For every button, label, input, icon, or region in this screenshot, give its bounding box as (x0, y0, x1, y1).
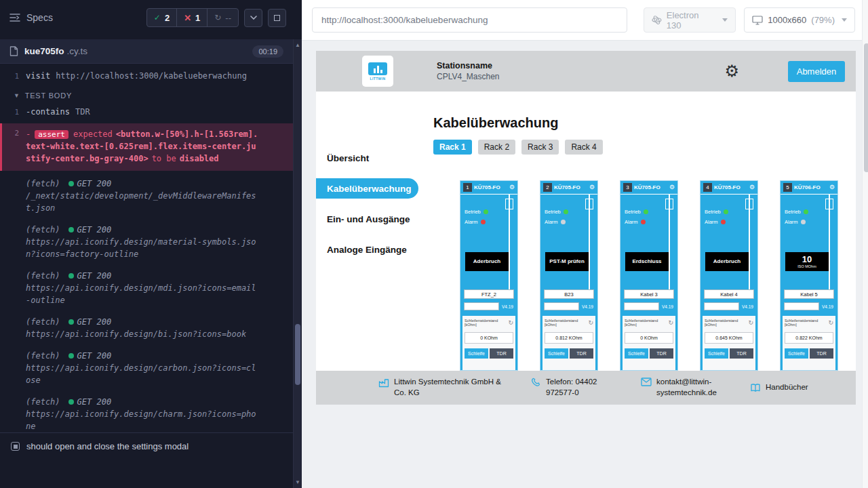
runner-header: Specs ✓ 2 ✕ 1 ↻ -- (0, 0, 293, 27)
pending-count: -- (225, 13, 231, 23)
refresh-icon[interactable]: ↻ (668, 319, 673, 326)
logout-button[interactable]: Abmelden (788, 61, 845, 82)
resistance-value: 0 KOhm (465, 332, 513, 344)
cable-line (589, 195, 590, 296)
page-scrollbar[interactable] (862, 0, 868, 488)
next-test-title: should open and close the settings modal (26, 441, 189, 451)
status-display: Erdschluss (625, 252, 669, 271)
cable-connector (585, 199, 593, 209)
stat-failed[interactable]: ✕ 1 (176, 9, 207, 26)
tab-rack-3[interactable]: Rack 3 (521, 140, 559, 155)
schleife-button[interactable]: Schleife (545, 348, 568, 359)
betrieb-label: Betrieb (625, 209, 641, 215)
resistance-value: 0.645 KOhm (705, 332, 753, 344)
page-scrollbar-thumb[interactable] (864, 43, 868, 172)
command-row-visit[interactable]: 1 visithttp://localhost:3000/kabelueberw… (0, 68, 293, 85)
command-number: 1 (9, 70, 19, 82)
tdr-button[interactable]: TDR (650, 348, 673, 359)
refresh-icon[interactable]: ↻ (588, 319, 593, 326)
cable-name: Kabel 5 (784, 289, 834, 299)
card-model: KÜ705-FO (554, 184, 580, 190)
viewport-zoom: (79%) (811, 15, 835, 25)
refresh-icon[interactable]: ↻ (748, 319, 753, 326)
cross-icon: ✕ (184, 13, 191, 23)
fetch-log-row[interactable]: (fetch)GET 200 https://api.iconify.desig… (0, 265, 293, 311)
card-gear-icon[interactable]: ⚙ (669, 184, 675, 190)
browser-name: Electron 130 (667, 10, 715, 30)
command-row-contains[interactable]: 1 -containsTDR (0, 104, 293, 121)
measurement-panel: Schleifenwiderstand [kOhm] ↻ 0.822 KOhm … (783, 316, 835, 371)
footer-manuals[interactable]: Handbücher (750, 382, 808, 393)
littwin-logo-text: LITTWIN (370, 77, 385, 81)
littwin-logo-icon (368, 62, 387, 75)
runner-scrollbar[interactable]: ▲ ▼ (293, 39, 302, 488)
tdr-button[interactable]: TDR (570, 348, 593, 359)
schleife-button[interactable]: Schleife (625, 348, 648, 359)
test-body-section[interactable]: ▼ TEST BODY (0, 85, 293, 104)
tdr-button[interactable]: TDR (810, 348, 833, 359)
stop-button[interactable] (268, 9, 286, 27)
scroll-down-icon[interactable]: ▼ (294, 479, 302, 485)
tab-rack-1[interactable]: Rack 1 (433, 140, 472, 155)
fetch-status: GET 200 (77, 396, 112, 408)
spec-file-bar[interactable]: kue705fo .cy.ts 00:19 (0, 39, 293, 64)
card-model: KÜ705-FO (634, 184, 660, 190)
collapse-runner-button[interactable] (244, 9, 262, 27)
tab-rack-4[interactable]: Rack 4 (565, 140, 602, 155)
nav-item-kabelueberwachung[interactable]: Kabelüberwachung (316, 178, 418, 199)
card-gear-icon[interactable]: ⚙ (829, 184, 835, 190)
spec-file-icon (9, 46, 18, 56)
firmware-version: V4.19 (502, 304, 513, 309)
failed-assert-row[interactable]: 2 -assertexpected<button.w-[50%].h-[1.56… (0, 123, 293, 171)
status-text: Aderbruch (713, 259, 741, 265)
nav-item-analoge-eingaenge[interactable]: Analoge Eingänge (316, 239, 421, 260)
specs-menu-button[interactable]: Specs (9, 12, 53, 23)
schleife-button[interactable]: Schleife (705, 348, 728, 359)
card-gear-icon[interactable]: ⚙ (589, 184, 595, 190)
littwin-logo: LITTWIN (362, 56, 393, 87)
next-test-row[interactable]: should open and close the settings modal (0, 432, 293, 460)
schleife-button[interactable]: Schleife (465, 348, 488, 359)
card-number: 5 (783, 183, 792, 192)
fetch-log-row[interactable]: (fetch)GET 200 /_next/static/development… (0, 173, 293, 219)
fetch-url: https://api.iconify.design/charm.json?ic… (26, 409, 256, 431)
scrollbar-thumb[interactable] (295, 324, 300, 385)
betrieb-led (564, 209, 568, 214)
card-model: KÜ706-FO (794, 184, 821, 190)
fetch-log-row[interactable]: (fetch)GET 200 https://api.iconify.desig… (0, 311, 293, 345)
nav-item-uebersicht[interactable]: Übersicht (316, 148, 421, 168)
status-ok-dot (68, 181, 74, 186)
cable-name: B23 (544, 289, 594, 299)
browser-select[interactable]: Electron 130 (644, 7, 736, 33)
card-model: KÜ705-FO (474, 184, 500, 190)
stat-passed[interactable]: ✓ 2 (147, 9, 176, 26)
fetch-log-row[interactable]: (fetch)GET 200 https://api.iconify.desig… (0, 391, 293, 432)
tab-rack-2[interactable]: Rack 2 (478, 140, 515, 155)
device-card-1: 1 KÜ705-FO ⚙ Betrieb Alarm Aderbruch (460, 180, 518, 371)
schleife-button[interactable]: Schleife (785, 348, 808, 359)
card-gear-icon[interactable]: ⚙ (749, 184, 755, 190)
scroll-up-icon[interactable]: ▲ (294, 42, 302, 48)
tdr-button[interactable]: TDR (730, 348, 753, 359)
settings-gear-icon[interactable]: ⚙ (724, 63, 739, 79)
app-header: LITTWIN Stationsname CPLV4_Maschen ⚙ Abm… (316, 51, 856, 92)
firmware-version: V4.19 (742, 304, 753, 309)
status-display: Aderbruch (705, 252, 749, 271)
cable-connector (665, 199, 673, 209)
fetch-status: GET 200 (77, 350, 112, 362)
fetch-log-row[interactable]: (fetch)GET 200 https://api.iconify.desig… (0, 345, 293, 391)
viewport-select[interactable]: 1000x660 (79%) (744, 7, 855, 33)
footer-phone[interactable]: Telefon: 04402 972577-0 (531, 377, 620, 398)
app-sidebar: Übersicht Kabelüberwachung Ein- und Ausg… (316, 92, 421, 371)
footer-company: Littwin Systemtechnik GmbH & Co. KG (378, 377, 511, 398)
status-ok-dot (68, 227, 74, 232)
refresh-icon[interactable]: ↻ (828, 319, 833, 326)
refresh-icon[interactable]: ↻ (508, 319, 513, 326)
fetch-log-row[interactable]: (fetch)GET 200 https://api.iconify.desig… (0, 219, 293, 265)
card-gear-icon[interactable]: ⚙ (509, 184, 515, 190)
nav-item-ein-und-ausgaenge[interactable]: Ein- und Ausgänge (316, 209, 421, 229)
footer-email[interactable]: kontakt@littwin-systemtechnik.de (641, 377, 730, 398)
stat-pending[interactable]: ↻ -- (207, 9, 238, 26)
tdr-button[interactable]: TDR (490, 348, 513, 359)
url-input[interactable]: http://localhost:3000/kabelueberwachung (312, 7, 627, 33)
